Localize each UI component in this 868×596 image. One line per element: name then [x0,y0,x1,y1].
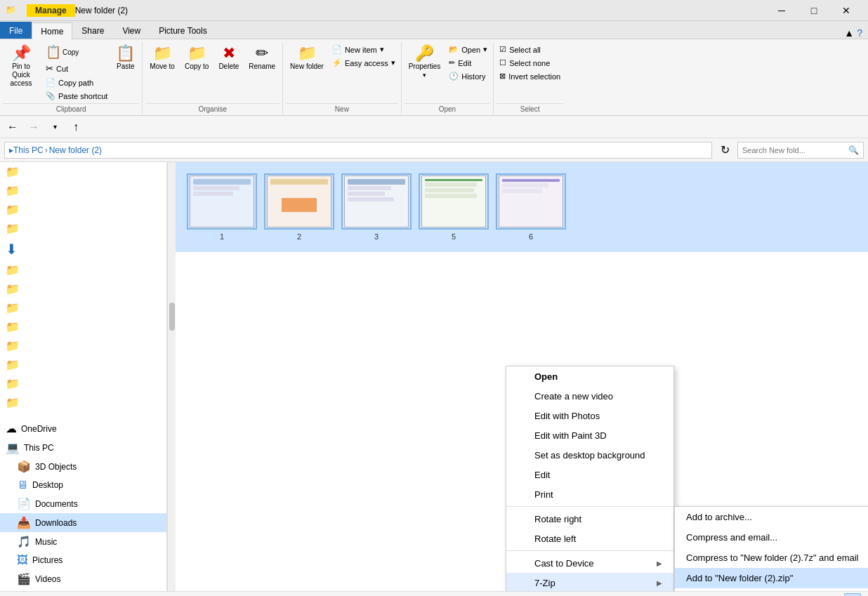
sub-cm-compress-7z-email[interactable]: Compress to "New folder (2).7z" and emai… [675,548,868,568]
new-item-button[interactable]: 📄 New item ▾ [329,44,398,55]
cm-7zip[interactable]: 7-Zip ▶ [506,573,673,591]
cm-set-desktop-bg[interactable]: Set as desktop background [506,445,673,465]
copy-path-button[interactable]: 📄 Copy path [43,77,110,88]
close-button[interactable]: ✕ [830,0,862,21]
thumbnail-item-3[interactable]: 3 [341,173,412,241]
cm-rotate-left[interactable]: Rotate left [506,529,673,548]
thumbnail-item-5[interactable]: 5 [419,173,489,241]
sidebar-scrollbar[interactable] [167,162,176,591]
up-button[interactable]: ↑ [66,117,86,137]
sidebar-folder-12[interactable]: 📁 [0,374,166,393]
sidebar-item-this-pc[interactable]: 💻 This PC [0,438,166,457]
copy-button[interactable]: 📋 Copy [43,44,110,60]
history-button[interactable]: 🕐 History [446,70,490,82]
easy-access-button[interactable]: ⚡ Easy access ▾ [329,57,398,69]
sidebar-folder-5[interactable]: ⬇ [0,238,166,260]
sidebar-item-3d-objects[interactable]: 📦 3D Objects [0,457,166,476]
tab-view[interactable]: View [113,22,150,39]
cm-rotate-right[interactable]: Rotate right [506,509,673,529]
minimize-button[interactable]: ─ [765,0,798,21]
sidebar-scroll-thumb[interactable] [169,303,175,331]
edit-button[interactable]: ✏ Edit [446,57,490,69]
sidebar-folder-11[interactable]: 📁 [0,355,166,374]
sidebar-item-onedrive[interactable]: ☁ OneDrive [0,419,166,438]
search-input[interactable] [742,146,846,154]
tab-picture-tools[interactable]: Picture Tools [150,22,216,39]
paste-button[interactable]: 📋 Paste [112,44,139,72]
cm-edit-paint3d[interactable]: Edit with Paint 3D [506,425,673,445]
clipboard-label: Clipboard [3,103,139,115]
sub-cm-add-archive[interactable]: Add to archive... [675,507,868,527]
forward-button[interactable]: → [24,117,44,137]
copy-path-icon: 📄 [46,78,55,87]
cm-cast-to-device[interactable]: Cast to Device ▶ [506,553,673,573]
back-button[interactable]: ← [3,117,22,137]
cm-open[interactable]: Open [506,366,673,386]
search-icon[interactable]: 🔍 [848,145,859,155]
thumbnail-item-6[interactable]: 6 [496,173,566,241]
grid-view-button[interactable]: ⊞ [844,593,861,597]
delete-button[interactable]: ✖ Delete [214,44,243,72]
view-controls: ≡ ⊞ [824,593,861,597]
thumbnail-item-2[interactable]: 2 [264,173,334,241]
sidebar-folder-7[interactable]: 📁 [0,279,166,298]
sidebar-folder-8[interactable]: 📁 [0,298,166,317]
main-area: 📁 📁 📁 📁 ⬇ 📁 📁 📁 📁 📁 📁 📁 📁 ☁ OneDrive 💻 T… [0,162,868,591]
sidebar-item-pictures[interactable]: 🖼 Pictures [0,551,166,569]
select-none-button[interactable]: ☐ Select none [497,57,563,69]
path-this-pc[interactable]: This PC [13,145,44,155]
sub-cm-compress-email[interactable]: Compress and email... [675,527,868,548]
sidebar-folder-2[interactable]: 📁 [0,181,166,200]
tab-file[interactable]: File [0,22,32,39]
select-none-icon: ☐ [499,58,506,67]
sidebar-folder-1[interactable]: 📁 [0,162,166,181]
open-button[interactable]: 📂 Open ▾ [446,44,490,55]
copy-to-button[interactable]: 📁 Copy to [180,44,213,72]
sidebar-folder-10[interactable]: 📁 [0,336,166,355]
cm-edit-photos[interactable]: Edit with Photos [506,406,673,425]
7zip-arrow-icon: ▶ [657,579,662,587]
search-box[interactable]: 🔍 [737,142,864,159]
sub-cm-add-zip[interactable]: Add to "New folder (2).zip" [675,568,868,588]
sidebar-item-videos[interactable]: 🎬 Videos [0,569,166,588]
sidebar-item-local-disk[interactable]: 💾 Local Disk (C:) [0,588,166,591]
new-folder-button[interactable]: 📁 New folder [286,44,328,72]
sidebar-item-downloads[interactable]: 📥 Downloads [0,513,166,532]
pin-quick-access-button[interactable]: 📌 Pin to Quick access [3,44,39,90]
select-buttons: ☑ Select all ☐ Select none ⊠ Invert sele… [497,44,563,102]
cm-edit[interactable]: Edit [506,465,673,484]
rename-button[interactable]: ✏ Rename [244,44,280,72]
properties-button[interactable]: 🔑 Properties ▾ [405,44,445,81]
cm-print[interactable]: Print [506,484,673,504]
sidebar-folder-4[interactable]: 📁 [0,219,166,238]
sidebar-folder-6[interactable]: 📁 [0,260,166,279]
path-new-folder[interactable]: New folder (2) [49,145,102,155]
sidebar-folder-9[interactable]: 📁 [0,317,166,336]
thumbnail-item-1[interactable]: 1 [187,173,257,241]
sidebar-item-documents[interactable]: 📄 Documents [0,494,166,513]
copy-to-icon: 📁 [188,46,206,61]
help-icon[interactable]: ? [857,27,862,39]
sidebar-item-music[interactable]: 🎵 Music [0,532,166,551]
sub-cm-compress-zip-email[interactable]: Compress to "New folder (2).zip" and ema… [675,588,868,591]
paste-shortcut-button[interactable]: 📎 Paste shortcut [43,90,110,102]
edit-icon: ✏ [449,58,455,67]
refresh-button[interactable]: ↻ [715,140,735,160]
sidebar-item-desktop[interactable]: 🖥 Desktop [0,476,166,494]
invert-selection-button[interactable]: ⊠ Invert selection [497,70,563,82]
address-path[interactable]: ▸ This PC › New folder (2) [4,142,712,159]
cm-create-new-video[interactable]: Create a new video [506,386,673,406]
tab-share[interactable]: Share [72,22,113,39]
tab-home[interactable]: Home [32,22,72,39]
list-view-button[interactable]: ≡ [824,593,841,597]
cut-button[interactable]: ✂ Cut [43,62,110,75]
maximize-button[interactable]: □ [798,0,830,21]
sidebar-folder-13[interactable]: 📁 [0,393,166,412]
recent-locations-button[interactable]: ▾ [45,117,65,137]
manage-tab[interactable]: Manage [27,4,75,17]
ribbon-collapse-icon[interactable]: ▲ [844,27,854,39]
open-buttons: 🔑 Properties ▾ 📂 Open ▾ ✏ Edit 🕐 [405,44,491,102]
sidebar-folder-3[interactable]: 📁 [0,200,166,219]
move-to-button[interactable]: 📁 Move to [145,44,179,72]
select-all-button[interactable]: ☑ Select all [497,44,563,55]
